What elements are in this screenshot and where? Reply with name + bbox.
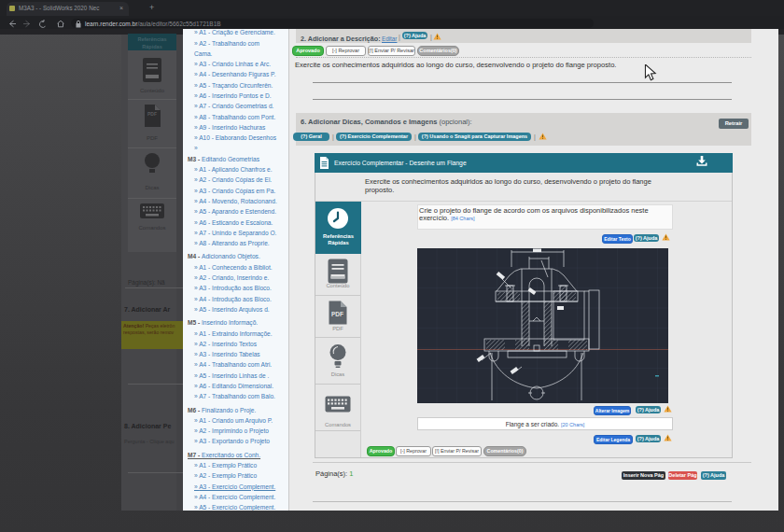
svg-text:PDF: PDF	[147, 135, 158, 141]
svg-text:Conteúdo: Conteúdo	[140, 88, 165, 93]
svg-text:PDF: PDF	[147, 111, 157, 117]
svg-text:PDF: PDF	[331, 311, 343, 317]
svg-text:Dicas: Dicas	[145, 185, 159, 190]
svg-text:Comandos: Comandos	[138, 225, 165, 231]
